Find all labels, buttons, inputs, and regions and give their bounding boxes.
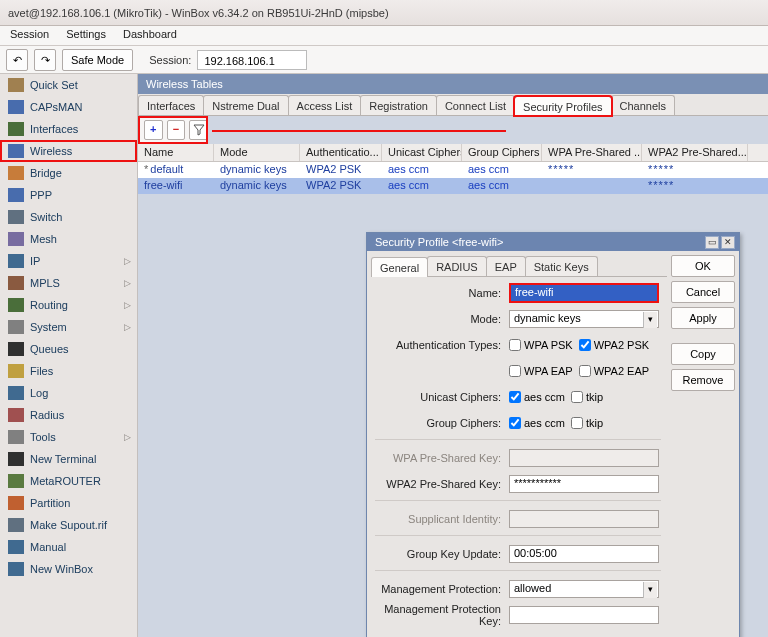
- unicast-label: Unicast Ciphers:: [375, 391, 509, 403]
- dialog-tab-general[interactable]: General: [371, 257, 428, 277]
- unicast-aes-checkbox[interactable]: aes ccm: [509, 391, 565, 403]
- group-aes-checkbox[interactable]: aes ccm: [509, 417, 565, 429]
- mode-select[interactable]: dynamic keys▾: [509, 310, 659, 328]
- sidebar-item-files[interactable]: Files: [0, 360, 137, 382]
- sidebar-item-make-supout-rif[interactable]: Make Supout.rif: [0, 514, 137, 536]
- name-label: Name:: [375, 287, 509, 299]
- sidebar-item-label: System: [30, 321, 67, 333]
- supp-id-input: [509, 510, 659, 528]
- dialog-tabs: GeneralRADIUSEAPStatic Keys: [371, 255, 667, 277]
- remove-button[interactable]: Remove: [671, 369, 735, 391]
- table-row[interactable]: *defaultdynamic keysWPA2 PSKaes ccmaes c…: [138, 162, 768, 178]
- ok-button[interactable]: OK: [671, 255, 735, 277]
- column-header[interactable]: Mode: [214, 144, 300, 161]
- sidebar-icon: [8, 430, 24, 444]
- group-tkip-checkbox[interactable]: tkip: [571, 417, 603, 429]
- sidebar-item-log[interactable]: Log: [0, 382, 137, 404]
- sidebar-item-ppp[interactable]: PPP: [0, 184, 137, 206]
- dialog-tab-eap[interactable]: EAP: [486, 256, 526, 276]
- sidebar-item-label: MPLS: [30, 277, 60, 289]
- redo-button[interactable]: ↷: [34, 49, 56, 71]
- safe-mode-button[interactable]: Safe Mode: [62, 49, 133, 71]
- dialog-tab-static-keys[interactable]: Static Keys: [525, 256, 598, 276]
- sidebar-item-label: Files: [30, 365, 53, 377]
- sidebar-item-label: Bridge: [30, 167, 62, 179]
- undo-button[interactable]: ↶: [6, 49, 28, 71]
- filter-button[interactable]: [189, 120, 208, 140]
- mp-label: Management Protection:: [375, 583, 509, 595]
- sidebar-item-bridge[interactable]: Bridge: [0, 162, 137, 184]
- column-header[interactable]: Group Ciphers: [462, 144, 542, 161]
- session-label: Session:: [149, 54, 191, 66]
- column-header[interactable]: Name: [138, 144, 214, 161]
- wpa-eap-checkbox[interactable]: WPA EAP: [509, 365, 573, 377]
- apply-button[interactable]: Apply: [671, 307, 735, 329]
- copy-button[interactable]: Copy: [671, 343, 735, 365]
- session-value[interactable]: 192.168.106.1: [197, 50, 307, 70]
- wpa2-eap-checkbox[interactable]: WPA2 EAP: [579, 365, 649, 377]
- sidebar-icon: [8, 100, 24, 114]
- remove-listed-button[interactable]: −: [167, 120, 186, 140]
- wpa2-key-label: WPA2 Pre-Shared Key:: [375, 478, 509, 490]
- column-header[interactable]: Unicast Ciphers: [382, 144, 462, 161]
- sidebar-item-capsman[interactable]: CAPsMAN: [0, 96, 137, 118]
- sidebar-item-mpls[interactable]: MPLS▷: [0, 272, 137, 294]
- sidebar-item-partition[interactable]: Partition: [0, 492, 137, 514]
- gku-input[interactable]: 00:05:00: [509, 545, 659, 563]
- panel-title: Wireless Tables: [138, 74, 768, 94]
- sidebar-icon: [8, 276, 24, 290]
- sidebar-item-new-winbox[interactable]: New WinBox: [0, 558, 137, 580]
- menu-settings[interactable]: Settings: [66, 28, 106, 40]
- gku-label: Group Key Update:: [375, 548, 509, 560]
- add-button[interactable]: +: [144, 120, 163, 140]
- wpa-psk-checkbox[interactable]: WPA PSK: [509, 339, 573, 351]
- column-header[interactable]: Authenticatio...: [300, 144, 382, 161]
- tab-registration[interactable]: Registration: [360, 95, 437, 115]
- sidebar-item-new-terminal[interactable]: New Terminal: [0, 448, 137, 470]
- dialog-tab-radius[interactable]: RADIUS: [427, 256, 487, 276]
- sidebar: Quick SetCAPsMANInterfacesWirelessBridge…: [0, 74, 138, 637]
- tab-interfaces[interactable]: Interfaces: [138, 95, 204, 115]
- sidebar-item-label: IP: [30, 255, 40, 267]
- table-row[interactable]: free-wifidynamic keysWPA2 PSKaes ccmaes …: [138, 178, 768, 194]
- tab-nstreme-dual[interactable]: Nstreme Dual: [203, 95, 288, 115]
- tab-connect-list[interactable]: Connect List: [436, 95, 515, 115]
- grid-body: *defaultdynamic keysWPA2 PSKaes ccmaes c…: [138, 162, 768, 194]
- sidebar-item-label: New WinBox: [30, 563, 93, 575]
- wpa2-key-input[interactable]: ***********: [509, 475, 659, 493]
- mpk-label: Management Protection Key:: [375, 603, 509, 627]
- tab-channels[interactable]: Channels: [611, 95, 675, 115]
- sidebar-item-switch[interactable]: Switch: [0, 206, 137, 228]
- sidebar-item-routing[interactable]: Routing▷: [0, 294, 137, 316]
- sidebar-item-interfaces[interactable]: Interfaces: [0, 118, 137, 140]
- wpa2-psk-checkbox[interactable]: WPA2 PSK: [579, 339, 649, 351]
- dialog-min-button[interactable]: ▭: [705, 236, 719, 249]
- unicast-tkip-checkbox[interactable]: tkip: [571, 391, 603, 403]
- sidebar-item-metarouter[interactable]: MetaROUTER: [0, 470, 137, 492]
- sidebar-item-quick-set[interactable]: Quick Set: [0, 74, 137, 96]
- sidebar-item-manual[interactable]: Manual: [0, 536, 137, 558]
- tab-access-list[interactable]: Access List: [288, 95, 362, 115]
- sidebar-icon: [8, 78, 24, 92]
- cancel-button[interactable]: Cancel: [671, 281, 735, 303]
- menu-dashboard[interactable]: Dashboard: [123, 28, 177, 40]
- sidebar-item-system[interactable]: System▷: [0, 316, 137, 338]
- sidebar-item-ip[interactable]: IP▷: [0, 250, 137, 272]
- mp-select[interactable]: allowed▾: [509, 580, 659, 598]
- menu-session[interactable]: Session: [10, 28, 49, 40]
- sidebar-item-wireless[interactable]: Wireless: [0, 140, 137, 162]
- dialog-title: Security Profile <free-wifi>: [375, 236, 503, 248]
- name-input[interactable]: free-wifi: [509, 283, 659, 303]
- dialog-close-button[interactable]: ✕: [721, 236, 735, 249]
- sidebar-item-mesh[interactable]: Mesh: [0, 228, 137, 250]
- column-header[interactable]: WPA Pre-Shared ...: [542, 144, 642, 161]
- sidebar-item-radius[interactable]: Radius: [0, 404, 137, 426]
- mpk-input[interactable]: [509, 606, 659, 624]
- sidebar-item-tools[interactable]: Tools▷: [0, 426, 137, 448]
- wireless-tabs: InterfacesNstreme DualAccess ListRegistr…: [138, 94, 768, 116]
- sidebar-item-label: Switch: [30, 211, 62, 223]
- sidebar-icon: [8, 562, 24, 576]
- sidebar-item-queues[interactable]: Queues: [0, 338, 137, 360]
- column-header[interactable]: WPA2 Pre-Shared...: [642, 144, 748, 161]
- tab-security-profiles[interactable]: Security Profiles: [514, 96, 611, 116]
